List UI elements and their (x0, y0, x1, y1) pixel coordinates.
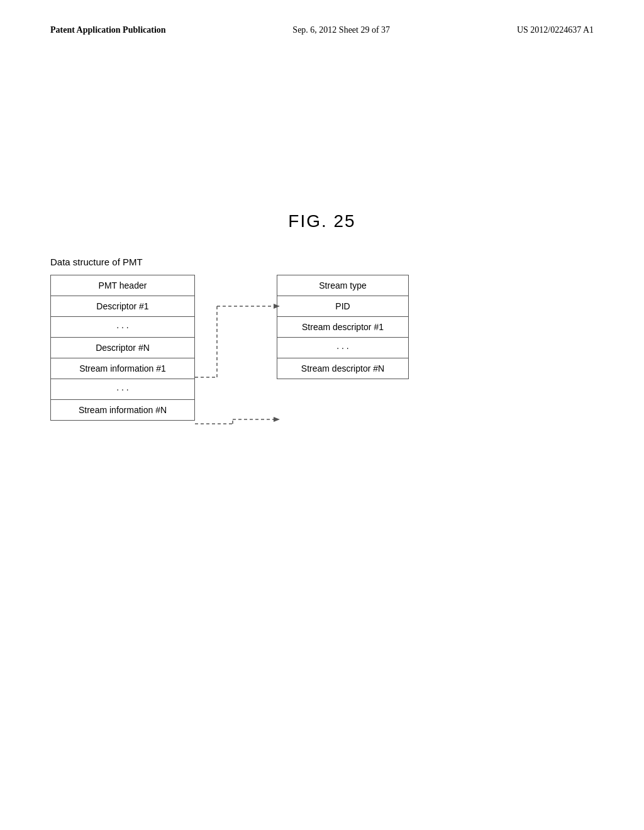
svg-marker-7 (274, 417, 280, 422)
svg-marker-3 (274, 304, 280, 309)
sheet-info: Sep. 6, 2012 Sheet 29 of 37 (292, 25, 390, 35)
publication-label: Patent Application Publication (50, 25, 166, 35)
figure-title: FIG. 25 (0, 211, 644, 231)
diagram-container: PMT header Descriptor #1 · · · Descripto… (50, 275, 644, 421)
patent-number: US 2012/0224637 A1 (517, 25, 594, 35)
page-header: Patent Application Publication Sep. 6, 2… (0, 0, 644, 35)
diagram-label: Data structure of PMT (50, 257, 644, 267)
diagram-section: Data structure of PMT PMT header Descrip… (0, 257, 644, 421)
connector-svg (50, 275, 491, 451)
